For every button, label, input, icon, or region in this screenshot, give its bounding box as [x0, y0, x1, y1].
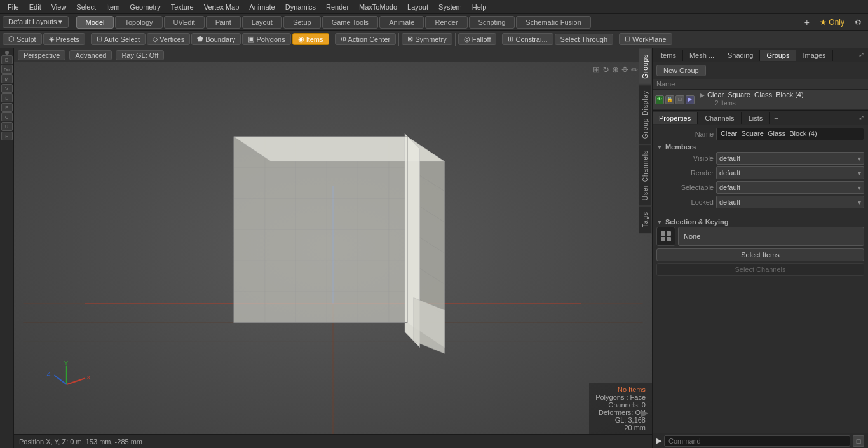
menu-geometry[interactable]: Geometry — [125, 2, 165, 12]
tab-scripting[interactable]: Scripting — [469, 16, 515, 29]
sidebar-tool-4[interactable]: V — [1, 84, 13, 93]
visible-prop-select[interactable]: default ▾ — [716, 152, 864, 165]
menu-animate[interactable]: Animate — [244, 2, 280, 12]
tab-topology[interactable]: Topology — [115, 16, 162, 29]
tab-items[interactable]: Items — [653, 50, 683, 61]
sidebar-tool-6[interactable]: P — [1, 103, 13, 112]
members-section-header[interactable]: ▼ Members — [656, 143, 864, 151]
scene-svg: X Y Z — [14, 62, 652, 434]
select-items-button[interactable]: Select Items — [656, 248, 864, 261]
tab-paint[interactable]: Paint — [206, 16, 241, 29]
menu-item[interactable]: Item — [101, 2, 125, 12]
viewport-header: Perspective Advanced Ray GL: Off — [14, 48, 652, 62]
auto-select-icon: ⊡ — [97, 35, 102, 43]
menu-texture[interactable]: Texture — [166, 2, 199, 12]
tab-render[interactable]: Render — [425, 16, 467, 29]
auto-select-button[interactable]: ⊡ Auto Select — [91, 33, 146, 45]
sculpt-button[interactable]: ⬡ Sculpt — [3, 33, 42, 45]
vertices-button[interactable]: ◇ Vertices — [147, 33, 190, 45]
tab-animate[interactable]: Animate — [379, 16, 424, 29]
menu-dynamics[interactable]: Dynamics — [280, 2, 321, 12]
menu-edit[interactable]: Edit — [24, 2, 46, 12]
menu-view[interactable]: View — [46, 2, 72, 12]
add-layout-button[interactable]: + — [801, 16, 813, 29]
perspective-button[interactable]: Perspective — [18, 50, 65, 60]
active-icon[interactable]: ▶ — [686, 95, 695, 104]
menu-system[interactable]: System — [433, 2, 467, 12]
sidebar-tool-9[interactable]: F — [1, 132, 13, 140]
vtab-groups[interactable]: Groups — [639, 48, 652, 85]
visibility-icon[interactable]: 👁 — [655, 95, 664, 104]
tab-model[interactable]: Model — [76, 16, 114, 29]
viewport-canvas[interactable]: ⊞ ↻ ⊕ ✥ ✏ ⚙ — [14, 62, 652, 434]
command-submit-button[interactable]: □ — [853, 435, 864, 447]
group-item[interactable]: 👁 🔒 □ ▶ ▶ Clear_Square_Glass_Block (4) 2… — [653, 90, 868, 110]
menu-maxtomodo[interactable]: MaxToModo — [354, 2, 402, 12]
selectable-prop-select[interactable]: default ▾ — [716, 181, 864, 194]
presets-button[interactable]: ◈ Presets — [43, 33, 85, 45]
new-group-button[interactable]: New Group — [656, 65, 706, 76]
vtab-user-channels[interactable]: User Channels — [639, 144, 652, 206]
sidebar-tool-3[interactable]: M — [1, 74, 13, 83]
workplane-button[interactable]: ⊟ WorkPlane — [619, 33, 672, 45]
add-properties-tab-button[interactable]: + — [770, 113, 782, 123]
tab-mesh[interactable]: Mesh ... — [683, 50, 721, 61]
groups-expand-button[interactable]: ⤢ — [855, 50, 868, 60]
sidebar-tool-5[interactable]: E — [1, 93, 13, 102]
menu-select[interactable]: Select — [71, 2, 101, 12]
properties-expand-button[interactable]: ⤢ — [855, 112, 868, 123]
tab-channels[interactable]: Channels — [698, 112, 741, 124]
scroll-right-button[interactable]: ▶ — [641, 407, 648, 419]
tab-lists[interactable]: Lists — [742, 112, 770, 124]
render-icon[interactable]: □ — [675, 95, 684, 104]
boundary-button[interactable]: ⬟ Boundary — [191, 33, 241, 45]
polygons-button[interactable]: ▣ Polygons — [242, 33, 290, 45]
tab-layout[interactable]: Layout — [242, 16, 282, 29]
tab-properties[interactable]: Properties — [653, 112, 698, 124]
locked-prop-select[interactable]: default ▾ — [716, 196, 864, 208]
name-prop-value[interactable]: Clear_Square_Glass_Block (4) — [716, 128, 864, 140]
symmetry-button[interactable]: ⊠ Symmetry — [402, 33, 452, 45]
default-layouts-dropdown[interactable]: Default Layouts ▾ — [3, 16, 69, 28]
tab-images[interactable]: Images — [796, 50, 832, 61]
advanced-button[interactable]: Advanced — [69, 50, 112, 60]
sel-keying-section-header[interactable]: ▼ Selection & Keying — [656, 218, 864, 226]
menu-help[interactable]: Help — [467, 2, 492, 12]
layout-settings-button[interactable]: ⚙ — [851, 17, 865, 28]
menu-layout[interactable]: Layout — [402, 2, 433, 12]
sidebar-tool-8[interactable]: U — [1, 122, 13, 131]
ray-gl-button[interactable]: Ray GL: Off — [116, 50, 164, 60]
selection-icon-box[interactable] — [656, 227, 675, 246]
tab-uvedit[interactable]: UVEdit — [164, 16, 205, 29]
items-button[interactable]: ◉ Items — [292, 33, 329, 45]
tab-groups[interactable]: Groups — [760, 50, 796, 61]
sidebar-tool-1[interactable]: D — [1, 55, 13, 64]
sidebar-indicator — [5, 51, 9, 55]
tab-game-tools[interactable]: Game Tools — [322, 16, 379, 29]
falloff-button[interactable]: ◎ Falloff — [458, 33, 497, 45]
sidebar-tool-2[interactable]: Du — [1, 65, 13, 74]
properties-form: Name Clear_Square_Glass_Block (4) ▼ Memb… — [653, 125, 868, 213]
sidebar-tool-7[interactable]: C — [1, 112, 13, 121]
menu-render[interactable]: Render — [321, 2, 354, 12]
lock-icon[interactable]: 🔒 — [665, 95, 674, 104]
tab-shading[interactable]: Shading — [721, 50, 760, 61]
selection-grid-icon — [660, 230, 672, 243]
select-through-button[interactable]: Select Through — [555, 34, 613, 45]
svg-line-29 — [54, 375, 67, 384]
select-channels-button[interactable]: Select Channels — [656, 263, 864, 276]
render-prop-select[interactable]: default ▾ — [716, 166, 864, 179]
menu-file[interactable]: File — [3, 2, 24, 12]
tab-setup[interactable]: Setup — [283, 16, 321, 29]
viewport[interactable]: Perspective Advanced Ray GL: Off ⊞ ↻ ⊕ ✥… — [14, 48, 652, 448]
action-center-button[interactable]: ⊕ Action Center — [335, 33, 397, 45]
vertices-icon: ◇ — [153, 35, 158, 43]
vtab-tags[interactable]: Tags — [639, 206, 652, 233]
command-input[interactable] — [664, 435, 850, 447]
action-center-icon: ⊕ — [341, 35, 346, 43]
menu-vertex-map[interactable]: Vertex Map — [199, 2, 245, 12]
vtab-group-display[interactable]: Group Display — [639, 85, 652, 144]
constraints-button[interactable]: ⊞ Constrai... — [502, 33, 553, 45]
tab-schematic-fusion[interactable]: Schematic Fusion — [516, 16, 590, 29]
star-only-label[interactable]: ★ Only — [816, 17, 848, 28]
